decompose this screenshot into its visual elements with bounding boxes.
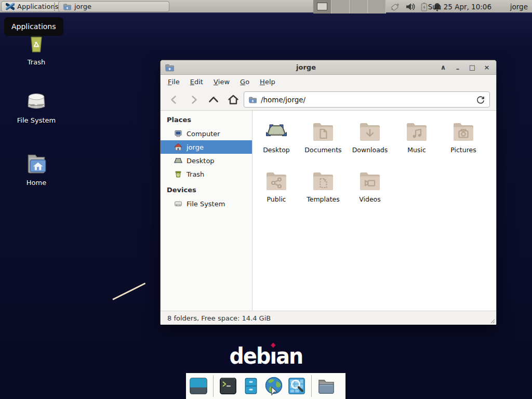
menu-edit[interactable]: Edit <box>185 75 208 88</box>
folder-label: Desktop <box>263 146 290 154</box>
window-titlebar[interactable]: jorge ∧ – □ × <box>161 60 496 75</box>
folder-item-templates[interactable]: Templates <box>300 167 347 216</box>
location-bar[interactable] <box>244 91 490 108</box>
sidebar-item-label: File System <box>187 200 225 208</box>
home-folder-icon <box>23 150 49 176</box>
desktop-icon-label: Home <box>26 179 46 187</box>
folder-shortcut[interactable] <box>316 376 336 396</box>
folder-label: Videos <box>359 195 381 203</box>
sidebar-item-trash[interactable]: Trash <box>161 167 252 181</box>
video-camera-icon <box>357 168 382 193</box>
home-icon <box>227 94 240 106</box>
folder-item-music[interactable]: Music <box>393 117 440 167</box>
shade-button[interactable]: ∧ <box>438 62 448 73</box>
stray-line-artifact <box>112 283 145 300</box>
folder-item-public[interactable]: Public <box>253 167 300 216</box>
workspace-1[interactable] <box>313 0 331 14</box>
sidebar-item-label: Desktop <box>187 157 215 165</box>
panel-separator-handle <box>54 3 57 11</box>
folder-view[interactable]: Desktop Documents <box>252 111 496 311</box>
sidebar-item-file-system[interactable]: File System <box>161 197 252 210</box>
workspace-3[interactable] <box>350 0 368 14</box>
sidebar: Places Computer jorge <box>161 111 252 311</box>
workspace-window-thumbnail <box>317 3 327 10</box>
panel-clock[interactable]: Sun 25 Apr, 10:06 <box>428 0 491 14</box>
sidebar-item-computer[interactable]: Computer <box>161 127 252 140</box>
statusbar: 8 folders, Free space: 14.4 GiB <box>161 311 496 325</box>
sidebar-item-desktop[interactable]: Desktop <box>161 154 252 167</box>
folder-item-videos[interactable]: Videos <box>347 167 393 216</box>
tooltip-text: Applications <box>11 22 56 31</box>
places-header: Places <box>161 115 252 127</box>
menubar: File Edit View Go Help <box>161 75 496 88</box>
volume-icon[interactable] <box>406 2 416 11</box>
up-button[interactable] <box>205 91 222 108</box>
computer-icon <box>174 129 182 138</box>
app-finder-launcher[interactable] <box>287 376 307 396</box>
menu-help[interactable]: Help <box>255 75 281 88</box>
sidebar-item-label: Trash <box>187 170 204 178</box>
taskbar-window-label: jorge <box>74 3 91 10</box>
path-folder-icon <box>248 96 257 104</box>
back-button[interactable] <box>166 91 182 108</box>
minimize-button[interactable]: – <box>453 62 463 73</box>
statusbar-text: 8 folders, Free space: 14.4 GiB <box>167 314 271 322</box>
menu-view[interactable]: View <box>208 75 235 88</box>
up-arrow-icon <box>207 94 220 105</box>
folder-item-downloads[interactable]: Downloads <box>347 117 393 167</box>
xfce-logo-icon <box>6 2 15 11</box>
folder-item-documents[interactable]: Documents <box>300 117 347 167</box>
window-folder-icon <box>165 63 174 72</box>
toolbar <box>161 88 496 111</box>
sidebar-item-jorge[interactable]: jorge <box>161 140 252 154</box>
forward-button[interactable] <box>185 91 202 108</box>
dock-separator <box>213 375 214 397</box>
maximize-button[interactable]: □ <box>467 62 477 73</box>
terminal-icon <box>219 377 237 395</box>
folder-label: Documents <box>304 146 341 154</box>
desktop-icon-home[interactable]: Home <box>5 150 68 187</box>
menu-file[interactable]: File <box>163 75 185 88</box>
folder-item-desktop[interactable]: Desktop <box>253 117 300 167</box>
close-button[interactable]: × <box>482 62 492 73</box>
home-icon <box>174 143 182 151</box>
folder-icon <box>63 3 71 11</box>
trash-icon <box>174 170 182 178</box>
share-icon <box>264 168 289 193</box>
dock-separator <box>311 375 312 397</box>
folder-label: Pictures <box>450 146 476 154</box>
music-notes-icon <box>404 118 429 143</box>
reload-icon[interactable] <box>476 95 485 104</box>
file-cabinet-icon <box>242 377 260 395</box>
resize-grip[interactable] <box>489 318 495 324</box>
dock-panel <box>186 373 345 399</box>
menu-go[interactable]: Go <box>235 75 255 88</box>
devices-header: Devices <box>161 181 252 197</box>
home-button[interactable] <box>225 91 242 108</box>
clock-text: Sun 25 Apr, 10:06 <box>428 3 491 11</box>
workspace-2[interactable] <box>331 0 350 14</box>
folder-label: Downloads <box>352 146 388 154</box>
workspace-switcher <box>313 0 386 14</box>
panel-username[interactable]: jorge <box>510 0 528 14</box>
taskbar-window-button[interactable]: jorge <box>58 1 169 12</box>
username-text: jorge <box>510 3 528 11</box>
hard-drive-icon <box>23 87 50 113</box>
desktop-icon-label: Trash <box>28 58 45 66</box>
file-manager-launcher[interactable] <box>241 376 261 396</box>
desktop-icon-file-system[interactable]: File System <box>5 87 68 124</box>
top-panel: Applications jorge <box>0 0 532 14</box>
battery-icon[interactable] <box>420 2 428 12</box>
folder-item-pictures[interactable]: Pictures <box>440 117 487 167</box>
folder-label: Templates <box>307 195 340 203</box>
web-browser-launcher[interactable] <box>264 376 284 396</box>
show-desktop-icon <box>189 377 208 395</box>
workspace-4[interactable] <box>368 0 386 14</box>
download-arrow-icon <box>357 118 382 143</box>
network-icon[interactable] <box>390 2 401 12</box>
folder-label: Music <box>407 146 426 154</box>
app-finder-icon <box>287 377 306 395</box>
terminal-launcher[interactable] <box>218 376 238 396</box>
show-desktop-button[interactable] <box>189 376 208 396</box>
path-input[interactable] <box>261 96 472 104</box>
